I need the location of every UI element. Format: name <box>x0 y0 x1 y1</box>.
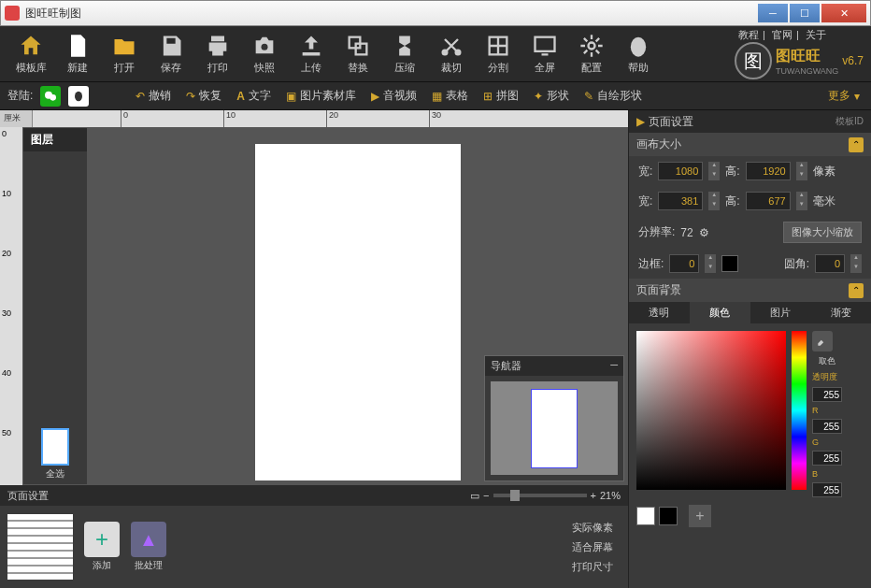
width-px-input[interactable] <box>658 162 703 180</box>
brand-sub: TUWANGWANG <box>776 66 838 76</box>
eyedropper-button[interactable] <box>812 331 833 351</box>
replace-icon <box>345 33 371 59</box>
swatch-black[interactable] <box>659 507 678 525</box>
upload-button[interactable]: 上传 <box>288 33 335 75</box>
open-button[interactable]: 打开 <box>101 33 148 75</box>
svg-point-0 <box>262 44 268 50</box>
scissors-icon <box>438 33 464 59</box>
select-all-button[interactable]: 全选 <box>27 467 83 480</box>
border-spinner[interactable]: ▲▼ <box>705 254 716 273</box>
login-label: 登陆: <box>7 88 33 104</box>
g-input[interactable] <box>812 451 842 466</box>
navigator-rect[interactable] <box>531 389 578 468</box>
zoom-minus-button[interactable]: − <box>483 490 489 501</box>
replace-button[interactable]: 替换 <box>335 33 381 75</box>
zoom-plus-button[interactable]: + <box>591 490 596 501</box>
fit-screen-button[interactable]: 适合屏幕 <box>572 540 613 554</box>
layers-panel: 图层 全选 <box>22 127 88 485</box>
radius-input[interactable] <box>815 254 845 273</box>
new-button[interactable]: 新建 <box>54 33 101 75</box>
zoom-slider[interactable] <box>493 494 587 497</box>
opacity-input[interactable] <box>812 387 842 402</box>
canvas[interactable] <box>255 144 461 480</box>
plus-icon: + <box>84 522 120 557</box>
wechat-login-button[interactable] <box>40 86 61 107</box>
svg-point-8 <box>631 37 646 57</box>
height-mm-input[interactable] <box>746 192 791 210</box>
add-swatch-button[interactable]: + <box>689 505 711 527</box>
fullscreen-button[interactable]: 全屏 <box>521 33 568 75</box>
tab-gradient[interactable]: 渐变 <box>810 302 871 323</box>
properties-panel: ▶ 页面设置 模板ID 画布大小 ⌃ 宽: ▲▼ 高: ▲▼ 像素 宽: ▲▼ … <box>628 110 871 588</box>
template-library-button[interactable]: 模板库 <box>7 33 54 75</box>
width-px-spinner[interactable]: ▲▼ <box>708 162 720 180</box>
navigator-viewport[interactable] <box>491 381 618 475</box>
tab-image[interactable]: 图片 <box>750 302 811 323</box>
compress-button[interactable]: 压缩 <box>381 33 428 75</box>
minimize-button[interactable]: ─ <box>758 4 788 22</box>
add-page-button[interactable]: + 添加 <box>84 522 120 572</box>
color-swatches: + <box>629 505 871 535</box>
close-button[interactable]: ✕ <box>821 4 866 22</box>
color-field[interactable] <box>636 331 786 490</box>
template-id-label[interactable]: 模板ID <box>835 115 864 128</box>
width-mm-input[interactable] <box>658 192 703 210</box>
config-button[interactable]: 配置 <box>568 33 615 75</box>
av-button[interactable]: ▶音视频 <box>367 88 421 104</box>
hue-slider[interactable] <box>792 331 807 490</box>
actual-pixels-button[interactable]: 实际像素 <box>572 521 613 535</box>
collapse-bg-button[interactable]: ⌃ <box>849 283 864 298</box>
home-icon <box>18 33 44 59</box>
text-tool-button[interactable]: A文字 <box>233 88 275 104</box>
snapshot-button[interactable]: 快照 <box>241 33 288 75</box>
maximize-button[interactable]: ☐ <box>790 4 820 22</box>
folder-icon <box>111 33 137 59</box>
qq-login-button[interactable] <box>68 86 89 107</box>
gear-icon[interactable]: ⚙ <box>699 226 709 239</box>
border-input[interactable] <box>669 254 699 273</box>
shape-button[interactable]: ✦形状 <box>530 88 573 104</box>
b-input[interactable] <box>812 482 842 497</box>
redo-button[interactable]: ↷恢复 <box>182 88 225 104</box>
width-mm-spinner[interactable]: ▲▼ <box>708 192 720 210</box>
radius-spinner[interactable]: ▲▼ <box>850 254 862 273</box>
tab-transparent[interactable]: 透明 <box>629 302 690 323</box>
official-link[interactable]: 官网 <box>772 29 792 40</box>
crop-button[interactable]: 裁切 <box>428 33 475 75</box>
tutorial-link[interactable]: 教程 <box>738 29 759 40</box>
navigator-close-button[interactable]: ─ <box>610 359 618 373</box>
save-button[interactable]: 保存 <box>148 33 194 75</box>
page-thumbnail[interactable] <box>7 514 73 580</box>
undo-button[interactable]: ↶撤销 <box>132 88 175 104</box>
border-color-swatch[interactable] <box>721 255 738 272</box>
table-button[interactable]: ▦表格 <box>428 88 472 104</box>
zoom-out-button[interactable]: ▭ <box>470 490 479 502</box>
puzzle-button[interactable]: ⊞拼图 <box>479 88 522 104</box>
help-button[interactable]: 帮助 <box>615 33 662 75</box>
gear-icon <box>578 33 605 59</box>
r-input[interactable] <box>812 419 842 434</box>
more-button[interactable]: 更多▾ <box>824 88 864 104</box>
tab-color[interactable]: 颜色 <box>690 302 750 323</box>
about-link[interactable]: 关于 <box>806 29 826 40</box>
draw-shape-button[interactable]: ✎自绘形状 <box>580 88 646 104</box>
main-toolbar: 模板库 新建 打开 保存 打印 快照 上传 替换 压缩 裁切 分割 全 <box>0 26 871 82</box>
layers-header: 图层 <box>23 128 87 151</box>
collapse-button[interactable]: ⌃ <box>849 137 864 152</box>
upload-icon <box>298 33 324 59</box>
height-px-spinner[interactable]: ▲▼ <box>796 162 807 180</box>
brand-links: 教程| 官网| 关于 <box>735 28 864 42</box>
bg-section-header: 页面背景 <box>636 282 681 298</box>
layer-thumbnail[interactable] <box>41 428 69 466</box>
height-mm-spinner[interactable]: ▲▼ <box>796 192 807 210</box>
height-px-input[interactable] <box>746 162 791 180</box>
image-library-button[interactable]: ▣图片素材库 <box>282 88 360 104</box>
print-button[interactable]: 打印 <box>194 33 241 75</box>
print-size-button[interactable]: 打印尺寸 <box>572 560 613 574</box>
split-button[interactable]: 分割 <box>475 33 521 75</box>
swatch-white[interactable] <box>636 507 655 525</box>
batch-button[interactable]: ▲ 批处理 <box>131 522 166 572</box>
canvas-size-header: 画布大小 <box>636 136 681 152</box>
resize-image-button[interactable]: 图像大小缩放 <box>783 222 862 243</box>
svg-point-7 <box>589 43 595 50</box>
